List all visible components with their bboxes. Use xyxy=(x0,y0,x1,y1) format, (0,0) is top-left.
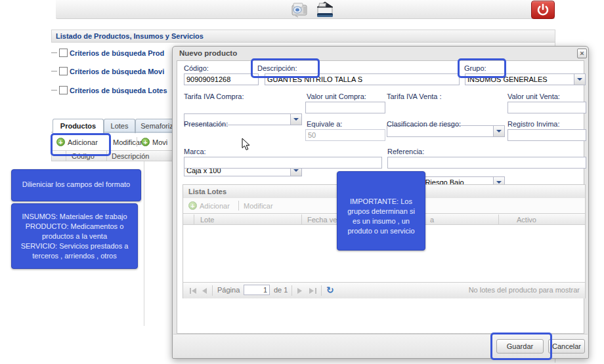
marca-field[interactable] xyxy=(184,157,382,169)
chevron-down-icon[interactable] xyxy=(493,126,504,136)
chevron-down-icon[interactable] xyxy=(290,114,301,125)
tree-dash xyxy=(51,71,57,71)
modal-title: Nuevo producto xyxy=(179,49,237,57)
page-number-field[interactable] xyxy=(244,285,270,295)
column-separator xyxy=(301,214,302,225)
tab-lotes[interactable]: Lotes xyxy=(104,119,135,133)
registro-invima-label: Registro Invima: xyxy=(507,120,559,128)
refresh-icon[interactable]: ↻ xyxy=(326,285,334,295)
column-header-fragment[interactable]: a xyxy=(430,216,434,224)
column-header-descripcion[interactable]: Descripción xyxy=(112,152,149,160)
modificar-button[interactable]: Modificar xyxy=(113,138,142,146)
annotation-line: SERVICIO: Servicios prestados a xyxy=(12,241,137,251)
marca-label: Marca: xyxy=(184,148,206,155)
page-of-label: de 1 xyxy=(274,286,288,294)
printer-icon[interactable] xyxy=(289,1,310,19)
criteria-checkbox[interactable] xyxy=(59,67,68,75)
movimientos-button[interactable]: Movi xyxy=(152,138,167,146)
criteria-label[interactable]: Criterios de búsqueda Lotes xyxy=(70,87,167,94)
annotation-note-1: Dilieniciar los campos del formato xyxy=(11,169,141,201)
valor-unit-compra-label: Valor unit Compra: xyxy=(307,92,366,100)
lotes-modificar-button[interactable]: Modificar xyxy=(244,202,273,210)
top-toolbar xyxy=(56,0,555,19)
add-icon: + xyxy=(188,201,197,210)
toolbar-separator xyxy=(137,137,137,147)
cancelar-button[interactable]: Cancelar xyxy=(548,339,585,354)
equivale-a-input xyxy=(305,129,385,141)
marca-input[interactable] xyxy=(184,157,382,169)
toolbar-separator xyxy=(212,285,213,296)
annotation-note-2: INSUMOS: Materiales de trabajo PRODUCTO:… xyxy=(11,203,138,269)
equivale-a-field xyxy=(305,129,385,141)
grupo-annotation-outline xyxy=(458,58,506,78)
annotation-text: Dilieniciar los campos del formato xyxy=(12,180,140,188)
valor-unit-venta-input[interactable] xyxy=(507,102,586,113)
annotation-note-importante: IMPORTANTE: Los grupos determinan si es … xyxy=(337,171,425,251)
guardar-annotation-outline xyxy=(490,333,552,360)
referencia-input[interactable] xyxy=(387,157,586,169)
tarifa-iva-compra-label: Tarifa IVA Compra: xyxy=(184,92,244,100)
registro-invima-field[interactable] xyxy=(507,129,586,141)
next-page-icon[interactable] xyxy=(297,287,303,295)
referencia-label: Referencia: xyxy=(387,148,424,155)
paging-status-text: No lotes del producto para mostrar xyxy=(469,286,580,294)
lista-lotes-title: Lista Lotes xyxy=(188,188,226,195)
criteria-checkbox[interactable] xyxy=(59,86,68,94)
valor-unit-venta-field[interactable] xyxy=(507,102,586,113)
add-icon: + xyxy=(141,138,150,146)
page-header-bar: Listado de Productos, Insumos y Servicio… xyxy=(51,30,555,43)
annotation-line: productos a la venta xyxy=(12,232,137,241)
annotation-line: IMPORTANTE: Los xyxy=(337,197,425,207)
annotation-line: produto o un servicio xyxy=(337,226,425,236)
codigo-label: Código: xyxy=(184,64,209,72)
mouse-cursor xyxy=(242,138,251,152)
equivale-a-label: Equivale a: xyxy=(307,120,342,128)
valor-unit-venta-label: Valor unit Venta: xyxy=(507,92,560,100)
column-separator xyxy=(498,214,499,225)
annotation-line: es un insumo , un xyxy=(337,216,425,226)
annotation-line: terceros , arriendos , otros xyxy=(12,251,137,261)
page-number-input[interactable] xyxy=(244,285,270,295)
annotation-line: grupos determinan si xyxy=(337,207,425,216)
referencia-field[interactable] xyxy=(387,157,586,169)
criteria-label[interactable]: Criterios de búsqueda Movi xyxy=(70,68,164,75)
toolbar-separator xyxy=(291,285,292,296)
criteria-checkbox[interactable] xyxy=(59,49,68,57)
home-icon[interactable] xyxy=(314,1,335,20)
annotation-line: PRODUCTO: Medicamentos o xyxy=(12,222,137,232)
column-header-lote[interactable]: Lote xyxy=(200,216,214,224)
close-icon[interactable]: × xyxy=(577,49,587,58)
prev-page-icon[interactable] xyxy=(202,287,207,295)
last-page-icon[interactable] xyxy=(309,287,316,295)
valor-unit-compra-input[interactable] xyxy=(305,102,385,113)
tab-productos[interactable]: Productos xyxy=(53,119,104,133)
criteria-label[interactable]: Criterios de búsqueda Prod xyxy=(70,49,164,57)
application-window: Listado de Productos, Insumos y Servicio… xyxy=(0,0,604,364)
column-header-activo[interactable]: Activo xyxy=(517,216,536,224)
tarifa-iva-venta-label: Tarifa IVA Venta : xyxy=(387,92,442,100)
tree-dash xyxy=(51,90,57,91)
codigo-input[interactable] xyxy=(184,73,259,85)
tree-dash xyxy=(51,52,57,53)
annotation-line: INSUMOS: Materiales de trabajo xyxy=(12,212,137,222)
lotes-adicionar-button[interactable]: Adicionar xyxy=(200,202,230,210)
grid-column-line xyxy=(144,161,144,326)
toolbar-separator xyxy=(238,201,239,211)
codigo-input-field[interactable] xyxy=(184,73,259,85)
lotes-paging-bar: Página de 1 ↻ No lotes del producto para… xyxy=(183,282,585,298)
adicionar-annotation-outline xyxy=(51,133,111,156)
page-label: Página xyxy=(217,286,240,294)
power-icon[interactable] xyxy=(531,1,555,19)
toolbar-separator xyxy=(321,285,322,296)
column-separator xyxy=(194,214,194,225)
first-page-icon[interactable] xyxy=(190,287,197,295)
valor-unit-compra-field[interactable] xyxy=(305,102,385,113)
page-title: Listado de Productos, Insumos y Servicio… xyxy=(56,32,204,40)
descripcion-annotation-outline xyxy=(251,58,320,78)
clasificacion-riesgo-label: Clasificacion de riesgo: xyxy=(387,120,461,128)
registro-invima-input[interactable] xyxy=(507,129,586,141)
chevron-down-icon[interactable] xyxy=(574,74,585,85)
presentacion-label: Presentación: xyxy=(184,120,228,128)
